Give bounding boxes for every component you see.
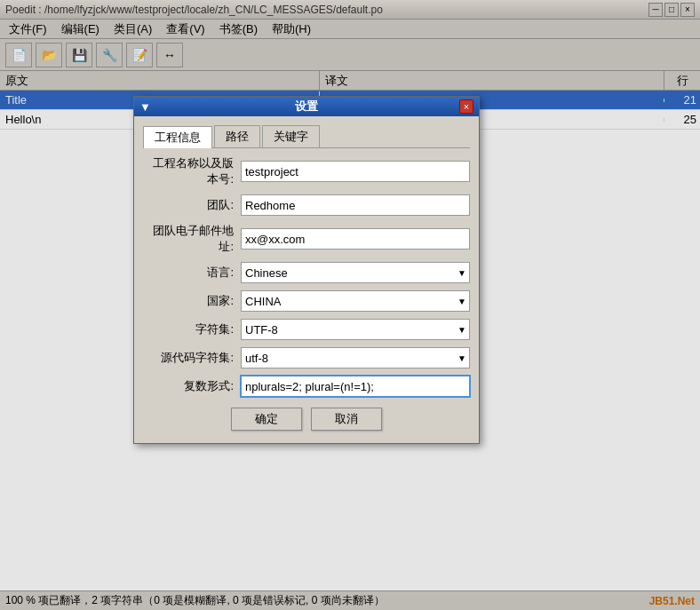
label-country: 国家: [143, 293, 241, 309]
tab-bar: 工程信息 路径 关键字 [143, 125, 470, 148]
tab-project[interactable]: 工程信息 [143, 126, 212, 148]
input-plural-form[interactable] [241, 376, 470, 397]
dialog-icon: ▼ [139, 100, 154, 114]
label-language: 语言: [143, 265, 241, 281]
label-team: 团队: [143, 197, 241, 213]
form-row-project-name: 工程名称以及版本号: [143, 155, 470, 187]
tab-keyword[interactable]: 关键字 [262, 125, 320, 147]
input-project-name[interactable] [241, 161, 470, 182]
dialog-titlebar: ▼ 设置 × [134, 97, 479, 116]
select-language[interactable]: Chinese English French German Japanese [241, 262, 470, 283]
label-email: 团队电子邮件地址: [143, 223, 241, 255]
form-row-language: 语言: Chinese English French German Japane… [143, 262, 470, 283]
form-row-source-charset: 源代码字符集: utf-8 gb2312 gbk iso-8859-1 ▼ [143, 347, 470, 368]
select-wrapper-source-charset: utf-8 gb2312 gbk iso-8859-1 ▼ [241, 347, 470, 368]
dialog-close-button[interactable]: × [459, 99, 473, 114]
label-project-name: 工程名称以及版本号: [143, 155, 241, 187]
label-source-charset: 源代码字符集: [143, 350, 241, 366]
select-wrapper-charset: UTF-8 GB2312 GBK ISO-8859-1 ▼ [241, 319, 470, 340]
form-row-country: 国家: CHINA USA UK France Germany Japan ▼ [143, 290, 470, 312]
dialog-title: 设置 [295, 99, 318, 115]
select-country[interactable]: CHINA USA UK France Germany Japan [241, 290, 470, 312]
form-row-charset: 字符集: UTF-8 GB2312 GBK ISO-8859-1 ▼ [143, 319, 470, 340]
tab-path[interactable]: 路径 [214, 125, 260, 147]
select-wrapper-country: CHINA USA UK France Germany Japan ▼ [241, 290, 470, 312]
form-row-team: 团队: [143, 194, 470, 216]
select-source-charset[interactable]: utf-8 gb2312 gbk iso-8859-1 [241, 347, 470, 368]
settings-dialog: ▼ 设置 × 工程信息 路径 关键字 工程名称以及版本号: 团队: 团队电子邮件 [133, 96, 480, 444]
select-wrapper-language: Chinese English French German Japanese ▼ [241, 262, 470, 283]
label-charset: 字符集: [143, 321, 241, 337]
label-plural: 复数形式: [143, 378, 241, 394]
dialog-content: 工程信息 路径 关键字 工程名称以及版本号: 团队: 团队电子邮件地址: 语言: [134, 116, 479, 443]
ok-button[interactable]: 确定 [231, 408, 302, 431]
dialog-buttons: 确定 取消 [143, 408, 470, 434]
form-row-plural: 复数形式: [143, 376, 470, 397]
input-team[interactable] [241, 194, 470, 216]
cancel-button[interactable]: 取消 [311, 408, 382, 431]
select-charset[interactable]: UTF-8 GB2312 GBK ISO-8859-1 [241, 319, 470, 340]
input-email[interactable] [241, 228, 470, 250]
modal-overlay: ▼ 设置 × 工程信息 路径 关键字 工程名称以及版本号: 团队: 团队电子邮件 [0, 0, 700, 610]
form-row-email: 团队电子邮件地址: [143, 223, 470, 255]
